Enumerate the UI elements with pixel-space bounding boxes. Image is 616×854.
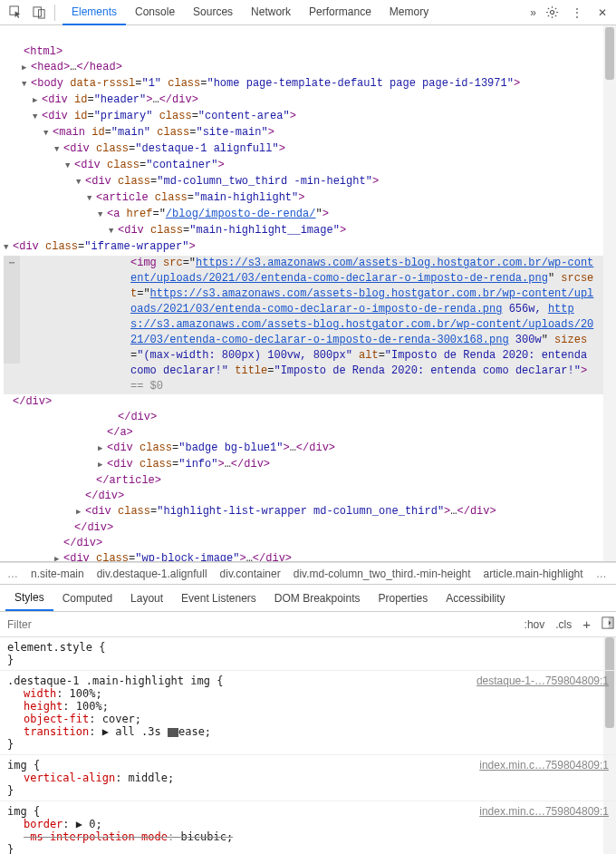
breadcrumb-item[interactable]: article.main-highlight xyxy=(484,568,583,580)
styles-filter-input[interactable] xyxy=(0,618,519,631)
dom-node[interactable]: <html> xyxy=(4,44,616,60)
dom-node[interactable]: <main id="main" class="site-main"> xyxy=(4,125,616,141)
close-icon[interactable]: ✕ xyxy=(592,3,612,23)
sidebar-tabs: StylesComputedLayoutEvent ListenersDOM B… xyxy=(0,585,616,612)
tab-console[interactable]: Console xyxy=(126,0,184,25)
tab-elements[interactable]: Elements xyxy=(63,0,126,25)
sidebar-tab-computed[interactable]: Computed xyxy=(53,587,121,610)
style-rule[interactable]: element.style {} xyxy=(0,637,616,671)
dom-node[interactable]: <div class="highlight-list-wrapper md-co… xyxy=(4,504,616,520)
easing-chip-icon[interactable] xyxy=(168,728,178,737)
dom-node[interactable]: <div id="header">…</div> xyxy=(4,92,616,109)
hov-toggle[interactable]: :hov xyxy=(519,618,551,631)
kebab-menu-icon[interactable]: ⋮ xyxy=(567,3,587,23)
dom-node[interactable]: <div id="primary" class="content-area"> xyxy=(4,109,616,125)
tab-network[interactable]: Network xyxy=(242,0,300,25)
dom-node[interactable]: </article> xyxy=(4,473,616,489)
rule-source-link[interactable]: index.min.c…759804809:1 xyxy=(479,759,609,772)
dom-node[interactable]: <body data-rsssl="1" class="home page-te… xyxy=(4,76,616,92)
sidebar-tab-accessibility[interactable]: Accessibility xyxy=(437,587,514,610)
dom-node[interactable]: <div class="main-highlight__image"> xyxy=(4,223,616,239)
breadcrumb-item[interactable]: n.site-main xyxy=(31,568,84,580)
rule-source-link[interactable]: index.min.c…759804809:1 xyxy=(479,805,609,818)
dom-node[interactable] xyxy=(4,29,616,44)
sidebar-tab-layout[interactable]: Layout xyxy=(121,587,172,610)
breadcrumb-item[interactable]: div.container xyxy=(220,568,281,580)
elements-dom-panel: <html><head>…</head><body data-rsssl="1"… xyxy=(0,25,616,562)
devtools-toolbar: ElementsConsoleSourcesNetworkPerformance… xyxy=(0,0,616,25)
tab-memory[interactable]: Memory xyxy=(380,0,438,25)
dom-node[interactable]: </a> xyxy=(4,425,616,441)
breadcrumb-overflow[interactable]: … xyxy=(596,568,607,580)
cls-toggle[interactable]: .cls xyxy=(550,618,577,631)
style-rule[interactable]: index.min.c…759804809:1img {vertical-ali… xyxy=(0,755,616,801)
more-tabs-icon[interactable]: » xyxy=(525,6,542,19)
gear-icon[interactable] xyxy=(542,3,562,23)
breadcrumb-item[interactable]: div.destaque-1.alignfull xyxy=(97,568,207,580)
breadcrumb[interactable]: …n.site-maindiv.destaque-1.alignfulldiv.… xyxy=(0,562,616,585)
breadcrumb-item[interactable]: div.md-column_two_third.-min-height xyxy=(294,568,471,580)
dom-node[interactable]: <a href="/blog/imposto-de-renda/"> xyxy=(4,207,616,223)
svg-point-3 xyxy=(550,10,553,14)
sidebar-tab-event-listeners[interactable]: Event Listeners xyxy=(172,587,265,610)
svg-rect-1 xyxy=(33,7,40,16)
inspect-element-icon[interactable] xyxy=(4,1,27,24)
dom-node[interactable]: <div class="wp-block-image">…</div> xyxy=(4,551,616,562)
tab-sources[interactable]: Sources xyxy=(184,0,242,25)
dom-node-img-selected[interactable]: <img src="https://s3.amazonaws.com/asset… xyxy=(4,256,616,394)
style-rule[interactable]: index.min.c…759804809:1img {border: ▶ 0;… xyxy=(0,801,616,854)
dom-node[interactable]: <div class="destaque-1 alignfull"> xyxy=(4,141,616,158)
new-style-rule-icon[interactable]: + xyxy=(577,616,596,632)
dom-node[interactable]: </div> xyxy=(4,536,616,551)
panel-tabs: ElementsConsoleSourcesNetworkPerformance… xyxy=(63,0,525,25)
dom-node[interactable]: <article class="main-highlight"> xyxy=(4,190,616,207)
scrollbar[interactable] xyxy=(603,25,616,561)
dom-node[interactable]: </div> xyxy=(4,520,616,536)
sidebar-tab-properties[interactable]: Properties xyxy=(370,587,438,610)
dom-node[interactable]: <div class="container"> xyxy=(4,158,616,174)
dom-node[interactable]: </div> xyxy=(4,394,616,410)
tab-performance[interactable]: Performance xyxy=(300,0,380,25)
dom-node[interactable]: <div class="info">…</div> xyxy=(4,457,616,473)
rule-source-link[interactable]: destaque-1-…759804809:1 xyxy=(476,674,609,687)
dom-node[interactable]: <div class="md-column_two_third -min-hei… xyxy=(4,174,616,190)
dom-node[interactable]: </div> xyxy=(4,489,616,504)
dom-node[interactable]: <div class="badge bg-blue1">…</div> xyxy=(4,441,616,457)
sidebar-tab-styles[interactable]: Styles xyxy=(5,586,53,611)
breadcrumb-overflow[interactable]: … xyxy=(7,568,18,580)
styles-filter-bar: :hov .cls + xyxy=(0,612,616,637)
computed-sidebar-icon[interactable] xyxy=(596,616,616,632)
sidebar-tab-dom-breakpoints[interactable]: DOM Breakpoints xyxy=(265,587,370,610)
dom-node[interactable]: </div> xyxy=(4,410,616,425)
style-rule[interactable]: destaque-1-…759804809:1.destaque-1 .main… xyxy=(0,671,616,755)
styles-pane[interactable]: element.style {}destaque-1-…759804809:1.… xyxy=(0,637,616,854)
toggle-device-icon[interactable] xyxy=(27,1,51,24)
dom-node[interactable]: <div class="iframe-wrapper"> xyxy=(4,239,616,256)
dom-tree[interactable]: <html><head>…</head><body data-rsssl="1"… xyxy=(0,25,616,562)
dom-node[interactable]: <head>…</head> xyxy=(4,60,616,76)
